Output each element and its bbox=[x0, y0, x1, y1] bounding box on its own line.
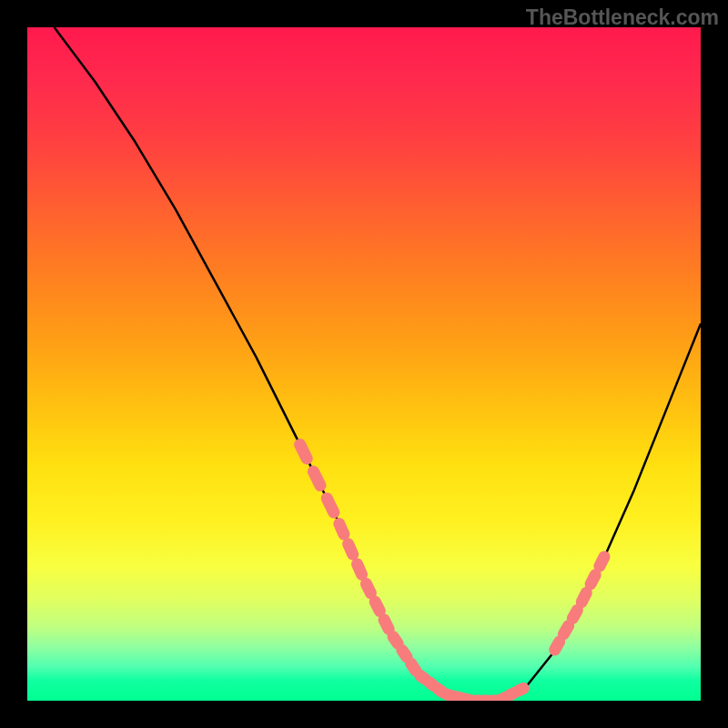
highlight-dash bbox=[572, 611, 577, 619]
chart-svg bbox=[27, 27, 701, 701]
highlight-dash bbox=[393, 637, 398, 644]
highlight-dash bbox=[591, 575, 595, 584]
highlight-dash bbox=[300, 445, 308, 459]
highlight-dash bbox=[339, 524, 344, 535]
highlight-dash bbox=[327, 499, 334, 512]
watermark-text: TheBottleneck.com bbox=[526, 5, 719, 30]
chart-container: TheBottleneck.com bbox=[0, 0, 728, 728]
highlight-dash bbox=[420, 675, 425, 679]
highlight-dash bbox=[519, 688, 523, 691]
highlight-dash bbox=[349, 544, 353, 555]
highlight-dash bbox=[555, 642, 560, 650]
highlight-dash bbox=[563, 626, 568, 634]
highlight-dash bbox=[581, 592, 586, 602]
highlight-dash bbox=[600, 557, 604, 566]
highlight-dash bbox=[384, 620, 389, 629]
highlight-dash bbox=[429, 682, 433, 686]
highlight-dash bbox=[313, 471, 320, 485]
highlight-dash bbox=[358, 564, 362, 575]
plot-area bbox=[27, 27, 701, 701]
highlight-dash bbox=[366, 584, 370, 593]
highlight-dash bbox=[411, 663, 416, 671]
highlight-dash bbox=[375, 602, 379, 611]
highlight-dash bbox=[402, 650, 407, 657]
